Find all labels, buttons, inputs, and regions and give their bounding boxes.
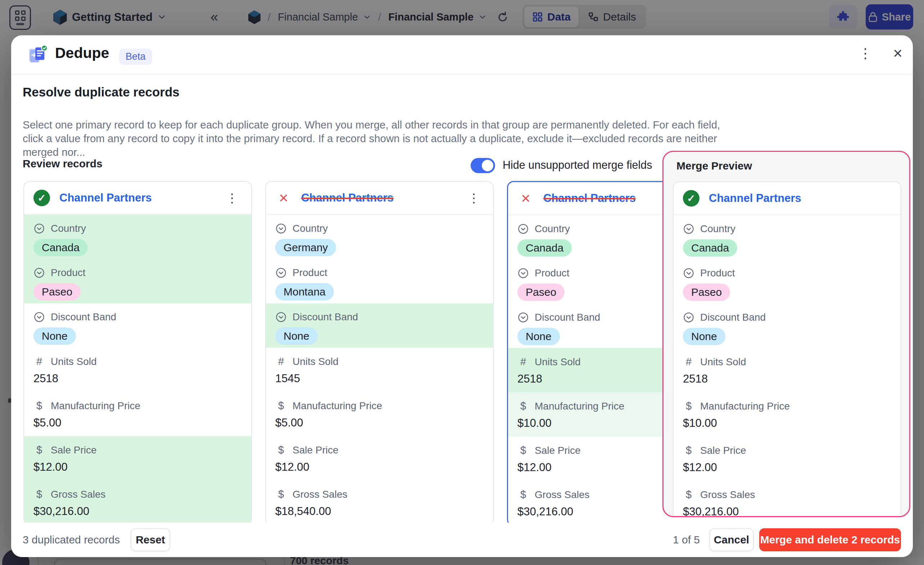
field-gross-sales[interactable]: $Gross Sales $30,216.00 <box>24 481 251 523</box>
merge-preview-card: ✓ Channel Partners Country Canada Produc… <box>673 181 902 517</box>
currency-field-icon: $ <box>518 445 529 456</box>
card-header: ✓ Channel Partners <box>674 182 901 215</box>
field-sale-price[interactable]: $Sale Price $12.00 <box>24 436 251 481</box>
field-value[interactable]: Paseo <box>33 283 81 301</box>
select-field-icon <box>518 268 529 278</box>
field-sale-price[interactable]: $Sale Price $12.00 <box>508 437 662 481</box>
select-field-icon <box>683 312 694 323</box>
card-menu-button[interactable]: ⋮ <box>222 189 242 207</box>
currency-field-icon: $ <box>33 488 45 500</box>
field-value[interactable]: $30,216.00 <box>33 505 242 518</box>
number-field-icon: # <box>33 356 45 367</box>
card-menu-button[interactable]: ⋮ <box>464 189 484 207</box>
field-value[interactable]: None <box>275 328 318 345</box>
field-country[interactable]: Country Germany <box>266 215 493 259</box>
field-product[interactable]: Product Paseo <box>24 259 251 304</box>
field-manufacturing-price[interactable]: $Manufacturing Price $10.00 <box>508 392 662 437</box>
field-value: None <box>683 328 725 345</box>
field-value[interactable]: $12.00 <box>275 461 484 473</box>
field-label: Gross Sales <box>700 489 755 500</box>
field-value[interactable]: $10.00 <box>518 417 662 430</box>
field-value[interactable]: Canada <box>518 239 572 257</box>
modal-close-button[interactable]: × <box>888 43 908 63</box>
currency-field-icon: $ <box>518 489 529 500</box>
field-value[interactable]: 2518 <box>518 373 662 385</box>
field-value[interactable]: Canada <box>33 239 88 256</box>
field-manufacturing-price: $Manufacturing Price $10.00 <box>674 392 901 437</box>
field-gross-sales[interactable]: $Gross Sales $30,216.00 <box>508 481 662 523</box>
field-label: Manufacturing Price <box>700 401 790 412</box>
field-value[interactable]: $12.00 <box>33 461 242 473</box>
field-discount-band[interactable]: Discount Band None <box>508 304 662 348</box>
currency-field-icon: $ <box>275 488 287 500</box>
field-units-sold: #Units Sold 2518 <box>674 348 901 392</box>
field-manufacturing-price[interactable]: $Manufacturing Price $5.00 <box>24 392 251 436</box>
duplicate-summary: 3 duplicated records <box>22 534 120 546</box>
record-title[interactable]: Channel Partners <box>543 192 636 205</box>
field-units-sold[interactable]: #Units Sold 2518 <box>508 348 662 392</box>
record-card-1[interactable]: ✓ Channel Partners ⋮ Country Canada Prod… <box>23 181 252 523</box>
select-field-icon <box>683 224 694 234</box>
field-product[interactable]: Product Paseo <box>508 260 662 304</box>
field-value[interactable]: Montana <box>275 283 334 301</box>
record-card-3[interactable]: × Channel Partners ⋮ Country Canada Prod… <box>507 181 662 523</box>
field-value[interactable]: $12.00 <box>518 461 662 474</box>
record-title[interactable]: Channel Partners <box>301 191 394 204</box>
field-value[interactable]: Germany <box>275 239 336 256</box>
field-value[interactable]: $18,540.00 <box>275 505 484 518</box>
field-label: Gross Sales <box>292 489 348 500</box>
field-country[interactable]: Country Canada <box>508 215 662 260</box>
field-value[interactable]: 1545 <box>275 372 484 385</box>
field-value: Canada <box>683 239 737 257</box>
keep-check-icon[interactable]: ✓ <box>33 190 50 206</box>
exclude-x-icon[interactable]: × <box>518 190 534 207</box>
merge-button[interactable]: Merge and delete 2 records <box>759 528 901 551</box>
currency-field-icon: $ <box>275 444 287 456</box>
record-title[interactable]: Channel Partners <box>59 191 152 204</box>
section-description: Select one primary record to keep for ea… <box>22 118 730 159</box>
modal-menu-button[interactable]: ⋮ <box>855 43 875 63</box>
cancel-button[interactable]: Cancel <box>709 528 754 551</box>
field-discount-band[interactable]: Discount Band None <box>266 304 493 348</box>
field-value[interactable]: Paseo <box>518 284 564 301</box>
field-label: Country <box>292 223 328 234</box>
number-field-icon: # <box>683 356 694 368</box>
dedupe-icon <box>27 45 48 66</box>
field-manufacturing-price[interactable]: $Manufacturing Price $5.00 <box>266 392 493 436</box>
field-value[interactable]: None <box>518 328 560 345</box>
field-value[interactable]: 2518 <box>33 372 242 385</box>
currency-field-icon: $ <box>33 400 45 412</box>
toggle-label: Hide unsupported merge fields <box>502 159 652 171</box>
beta-badge: Beta <box>119 48 152 65</box>
field-value: $30,216.00 <box>683 505 891 517</box>
field-value[interactable]: None <box>33 328 76 345</box>
record-cards-scroller[interactable]: ✓ Channel Partners ⋮ Country Canada Prod… <box>23 181 662 523</box>
field-label: Country <box>535 223 570 234</box>
section-heading: Resolve duplicate records <box>22 85 180 99</box>
field-label: Manufacturing Price <box>535 401 624 412</box>
field-product[interactable]: Product Montana <box>266 259 493 304</box>
field-label: Product <box>292 267 327 278</box>
field-units-sold[interactable]: #Units Sold 2518 <box>24 348 251 392</box>
field-value[interactable]: $5.00 <box>275 416 484 429</box>
field-label: Sale Price <box>51 445 97 456</box>
field-sale-price[interactable]: $Sale Price $12.00 <box>266 436 493 481</box>
field-discount-band[interactable]: Discount Band None <box>24 304 251 348</box>
reset-button[interactable]: Reset <box>130 528 170 551</box>
select-field-icon <box>275 223 287 234</box>
keep-check-icon: ✓ <box>683 190 699 207</box>
field-units-sold[interactable]: #Units Sold 1545 <box>266 348 493 392</box>
card-header: × Channel Partners ⋮ <box>508 182 662 215</box>
select-field-icon <box>33 267 45 278</box>
record-card-2[interactable]: × Channel Partners ⋮ Country Germany Pro… <box>265 181 494 523</box>
field-country[interactable]: Country Canada <box>24 215 251 259</box>
exclude-x-icon[interactable]: × <box>275 190 292 206</box>
card-header: × Channel Partners ⋮ <box>266 182 493 214</box>
currency-field-icon: $ <box>683 400 694 412</box>
field-value[interactable]: $30,216.00 <box>518 505 662 518</box>
field-value[interactable]: $5.00 <box>33 416 242 429</box>
close-icon: × <box>893 44 902 62</box>
field-label: Gross Sales <box>535 489 590 500</box>
hide-unsupported-toggle[interactable] <box>471 158 495 173</box>
field-gross-sales[interactable]: $Gross Sales $18,540.00 <box>266 481 493 523</box>
